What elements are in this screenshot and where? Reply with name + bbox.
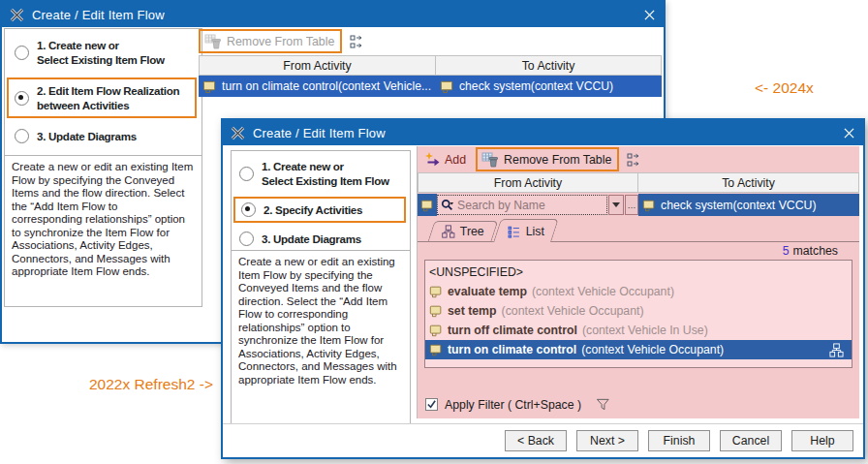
add-button[interactable]: Add [421, 152, 470, 168]
radio-icon[interactable] [15, 91, 29, 106]
list-item[interactable]: set temp(context Vehicle Occupant) [425, 301, 852, 321]
front-dialog-title: Create / Edit Item Flow [253, 126, 386, 140]
apply-filter-row: Apply Filter ( Ctrl+Space ) [418, 397, 859, 412]
activity-icon [420, 199, 434, 212]
search-more-button[interactable]: … [625, 195, 638, 215]
back-dialog-titlebar: Create / Edit Item Flow [2, 2, 664, 27]
screenshot-stage: Create / Edit Item Flow 1. Create new or… [0, 0, 868, 464]
back-table-row[interactable]: turn on climate control(context Vehicle.… [199, 76, 662, 97]
back-from-activity-value: turn on climate control(context Vehicle.… [222, 79, 431, 93]
matches-status: 5 matches [418, 242, 859, 260]
cancel-button[interactable]: Cancel [720, 430, 782, 451]
tree-icon [442, 225, 455, 238]
remove-from-table-label: Remove From Table [504, 153, 611, 167]
list-item[interactable]: evaluate temp(context Vehicle Occupant) [425, 282, 852, 301]
tab-list[interactable]: List [493, 219, 559, 242]
front-option-3[interactable]: 3. Update Diagrams [239, 232, 361, 246]
search-dropdown-button[interactable] [608, 195, 624, 215]
finish-button[interactable]: Finish [648, 430, 710, 451]
back-left-panel: 1. Create new or Select Existing Item Fl… [4, 28, 202, 307]
checkmark-icon [426, 399, 437, 410]
tab-tree-label: Tree [460, 225, 484, 238]
back-remove-from-table-button[interactable]: Remove From Table [199, 29, 342, 53]
back-options-box: 1. Create new or Select Existing Item Fl… [4, 28, 202, 156]
version-annotation-2022x: 2022x Refresh2 -> [89, 376, 213, 393]
front-dialog-window: Create / Edit Item Flow 1. Create new or… [221, 118, 865, 459]
front-toolbar: Add Remove From Table [418, 146, 859, 172]
activity-icon [429, 343, 443, 356]
activity-icon [429, 324, 443, 337]
view-tabs: Tree List [418, 216, 859, 242]
back-option-2[interactable]: 2. Edit Item Flow Realization between Ac… [15, 83, 195, 112]
front-dialog-titlebar: Create / Edit Item Flow [223, 120, 863, 145]
list-item-selected[interactable]: turn on climate control(context Vehicle … [425, 340, 852, 359]
activity-icon [429, 285, 443, 298]
front-option-2[interactable]: 2. Specify Activities [241, 202, 404, 217]
app-logo-icon [231, 126, 245, 140]
front-description: Create a new or edit an existing Item Fl… [231, 250, 411, 427]
radio-icon[interactable] [239, 167, 254, 181]
tree-icon [829, 343, 844, 357]
list-item[interactable]: turn off climate control(context Vehicle… [425, 321, 852, 340]
app-logo-icon [10, 8, 24, 22]
back-dialog-title: Create / Edit Item Flow [32, 8, 165, 22]
back-description: Create a new or edit an existing Item Fl… [4, 155, 202, 307]
dialog-button-bar: < Back Next > Finish Cancel Help [223, 423, 863, 457]
list-item[interactable]: <UNSPECIFIED> [425, 263, 852, 282]
remove-from-table-icon [204, 34, 222, 49]
back-to-activity-value: check system(context VCCU) [459, 79, 613, 93]
back-option-1-label: 1. Create new or Select Existing Item Fl… [37, 38, 165, 67]
activity-icon [202, 79, 217, 94]
front-close-icon[interactable] [834, 120, 863, 145]
front-option-2-highlight: 2. Specify Activities [233, 197, 406, 223]
filter-icon[interactable] [596, 397, 610, 412]
ellipsis-icon: … [628, 201, 636, 210]
from-activity-cell: Search by Name … [418, 194, 638, 216]
radio-icon[interactable] [239, 232, 254, 246]
activity-icon [642, 199, 656, 212]
add-label: Add [445, 153, 466, 167]
tab-list-label: List [526, 225, 544, 238]
matches-suffix: matches [793, 244, 838, 258]
apply-filter-checkbox[interactable] [425, 398, 438, 411]
tab-tree[interactable]: Tree [428, 221, 499, 241]
back-option-2-label: 2. Edit Item Flow Realization between Ac… [37, 83, 179, 112]
front-options-box: 1. Create new or Select Existing Item Fl… [231, 150, 411, 251]
radio-icon[interactable] [241, 202, 256, 217]
front-table-header: From Activity To Activity [418, 172, 859, 194]
remove-from-table-label: Remove From Table [227, 35, 334, 48]
columns-settings-icon[interactable] [349, 34, 364, 49]
front-remove-from-table-button[interactable]: Remove From Table [476, 147, 619, 171]
back-table: From Activity To Activity turn on climat… [199, 55, 662, 97]
help-button[interactable]: Help [791, 430, 853, 451]
columns-settings-icon[interactable] [626, 152, 641, 168]
back-option-3[interactable]: 3. Update Diagrams [15, 129, 137, 143]
back-from-activity-header: From Activity [199, 55, 436, 76]
next-button[interactable]: Next > [576, 430, 638, 451]
apply-filter-label: Apply Filter ( Ctrl+Space ) [445, 398, 581, 412]
search-input[interactable]: Search by Name [437, 195, 607, 215]
front-option-1[interactable]: 1. Create new or Select Existing Item Fl… [239, 159, 389, 188]
search-placeholder: Search by Name [457, 199, 545, 212]
back-close-icon[interactable] [635, 2, 664, 27]
activity-icon [429, 304, 443, 318]
front-to-activity-header: To Activity [637, 172, 859, 193]
back-option-2-highlight: 2. Edit Item Flow Realization between Ac… [7, 77, 197, 118]
back-to-activity-header: To Activity [435, 55, 662, 76]
add-icon [425, 152, 441, 168]
front-left-panel: 1. Create new or Select Existing Item Fl… [231, 150, 411, 427]
front-from-activity-header: From Activity [418, 172, 638, 193]
to-activity-value: check system(context VCCU) [661, 199, 817, 212]
activity-icon [440, 79, 454, 94]
remove-from-table-icon [481, 152, 499, 168]
back-option-1[interactable]: 1. Create new or Select Existing Item Fl… [15, 38, 165, 67]
radio-icon[interactable] [15, 46, 29, 60]
front-activity-panel: Add Remove From Table From Activity To A… [417, 146, 859, 418]
list-icon [508, 225, 521, 238]
radio-icon[interactable] [15, 129, 29, 143]
back-button[interactable]: < Back [505, 430, 567, 451]
version-annotation-2024x: <- 2024x [755, 79, 814, 97]
matches-count: 5 [783, 244, 790, 258]
front-search-row: Search by Name … check system(context VC… [418, 194, 859, 216]
to-activity-selected-cell[interactable]: check system(context VCCU) [638, 194, 859, 216]
